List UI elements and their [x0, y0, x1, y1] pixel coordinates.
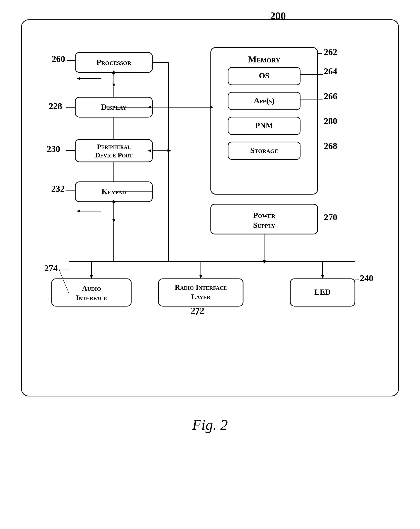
storage-label: Storage [250, 146, 278, 155]
led-arrow-down [321, 275, 324, 279]
peripheral-label1: Peripheral [97, 143, 131, 150]
memory-num-label: 262 [324, 47, 337, 57]
pnm-num: 280 [324, 116, 337, 126]
power-label1: Power [253, 211, 275, 220]
radio-arrow-down [199, 275, 202, 279]
os-label: OS [259, 71, 270, 80]
keypad-arrow-down [112, 219, 115, 223]
keypad-left-arrow [77, 210, 80, 213]
power-num: 270 [324, 212, 337, 222]
audio-label2: Interface [76, 293, 107, 302]
main-diagram-box: 260 Processor 228 Display [21, 19, 399, 396]
apps-label: App(s) [254, 96, 275, 105]
diagram-svg: 260 Processor 228 Display [37, 33, 385, 381]
pnm-label: PNM [255, 121, 273, 130]
audio-arrow-down [90, 275, 93, 279]
led-num: 240 [360, 273, 373, 283]
display-num-label: 228 [49, 101, 62, 111]
led-label: LED [314, 288, 331, 296]
page-container: 200 260 Processor [15, 10, 405, 443]
keypad-num-label: 232 [51, 184, 65, 194]
storage-num: 268 [324, 141, 337, 151]
memory-title-label: Memory [248, 54, 280, 64]
audio-label1: Audio [82, 284, 101, 292]
proc-arrow-down [112, 84, 115, 87]
proc-left-arrow [77, 77, 80, 80]
audio-num: 274 [44, 263, 58, 273]
processor-num-label: 260 [52, 54, 65, 64]
apps-num: 266 [324, 91, 337, 101]
processor-label: Processor [96, 58, 132, 67]
radio-num: 272 [191, 306, 204, 316]
audio-box [52, 279, 131, 306]
radio-label1: Radio Interface [175, 283, 227, 291]
power-label2: Supply [253, 221, 275, 230]
peripheral-num-label: 230 [47, 144, 60, 154]
peripheral-label2: Device Port [95, 151, 133, 159]
os-num: 264 [324, 66, 337, 76]
figure-label: Fig. 2 [192, 416, 228, 433]
radio-label2: Layer [191, 292, 210, 301]
power-arrow-down [263, 260, 266, 264]
